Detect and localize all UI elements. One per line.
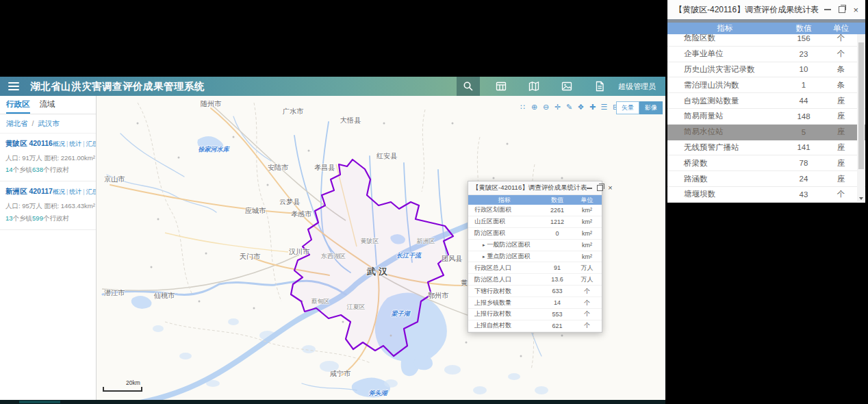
row-value: 78 <box>782 159 825 167</box>
table-row[interactable]: 上报乡镇数量14个 <box>468 297 602 309</box>
identify-icon[interactable]: ✚ <box>588 102 597 112</box>
row-label: 简易雨量站 <box>667 111 782 121</box>
row-value: 43 <box>782 190 825 199</box>
legend-icon[interactable]: ☰ <box>600 102 609 112</box>
scale-label: 20km <box>126 379 140 386</box>
row-unit: 座 <box>825 96 857 106</box>
current-user[interactable]: 超级管理员 <box>618 81 656 92</box>
close-icon[interactable]: × <box>853 5 858 14</box>
image-button[interactable] <box>555 77 578 96</box>
row-value: 156 <box>782 34 825 42</box>
divider <box>665 0 667 404</box>
basemap-矢量[interactable]: 矢量 <box>616 101 639 114</box>
row-label: 自动监测站数量 <box>667 96 782 106</box>
scroll-down-button[interactable] <box>857 194 865 203</box>
pan-icon[interactable]: ✛ <box>553 102 562 112</box>
table-row[interactable]: 危险区数156个 <box>667 34 865 47</box>
district-actions: 概况|统计|汇总 <box>53 140 97 149</box>
search-button[interactable] <box>457 77 480 96</box>
restore-icon[interactable] <box>839 6 845 13</box>
table-row[interactable]: 上报行政村数553个 <box>468 309 602 320</box>
row-unit: 个 <box>825 49 857 59</box>
table-row[interactable]: 上报自然村数621个 <box>468 320 602 332</box>
column-indicator: 指标 <box>667 23 782 34</box>
stats-segment: 个乡镇 <box>13 166 33 173</box>
table-row[interactable]: 下辖行政村数633个 <box>468 286 602 297</box>
table-row[interactable]: ▸重点防治区面积km² <box>468 251 602 263</box>
table-row[interactable]: ▸一般防治区面积km² <box>468 240 602 251</box>
map-label: 安陆市 <box>268 163 288 173</box>
row-value: 14 <box>541 299 574 306</box>
image-icon <box>561 81 572 92</box>
scrollbar[interactable] <box>857 34 865 203</box>
district-action-0[interactable]: 概况 <box>53 140 65 147</box>
table-row[interactable]: 山丘区面积1212km² <box>468 216 602 228</box>
map-label: 咸宁市 <box>330 369 350 379</box>
table-row[interactable]: 塘堰坝数43个 <box>667 187 865 203</box>
district-action-2[interactable]: 汇总 <box>86 188 97 195</box>
stats-panel: 【黄陂区-420116】调查评价成果统计表 × 指标 数值 单位 危险区数156… <box>667 0 865 203</box>
column-indicator: 指标 <box>468 196 541 205</box>
map-label: 斧头湖 <box>369 389 387 398</box>
table-row[interactable]: 简易水位站5座 <box>667 125 865 140</box>
minimize-icon[interactable] <box>824 9 831 10</box>
row-label: 无线预警广播站 <box>667 142 782 153</box>
district-action-1[interactable]: 统计 <box>69 140 81 147</box>
table-row[interactable]: 防治区总人口13.6万人 <box>468 274 602 286</box>
tab-admin-region[interactable]: 行政区 <box>6 99 30 114</box>
table-row[interactable]: 历史山洪灾害记录数10条 <box>667 62 865 78</box>
zoom-in-icon[interactable]: ⊕ <box>530 102 539 112</box>
map-label: 云梦县 <box>279 197 300 207</box>
measure-area-icon[interactable]: ❖ <box>576 102 585 112</box>
table-row[interactable]: 行政区总人口91万人 <box>468 262 602 274</box>
tab-watershed[interactable]: 流域 <box>40 99 55 114</box>
table-row[interactable]: 简易雨量站148座 <box>667 109 865 125</box>
breadcrumb-province[interactable]: 湖北省 <box>6 119 28 127</box>
menu-icon[interactable] <box>8 82 19 90</box>
row-label: 防治区总人口 <box>468 275 541 284</box>
table-button[interactable] <box>489 77 513 96</box>
search-icon <box>463 81 474 92</box>
row-value: 2261 <box>541 207 574 214</box>
expand-arrow-icon[interactable]: ▸ <box>483 254 485 259</box>
panel-title: 【黄陂区-420116】调查评价成果统计表 <box>674 4 819 16</box>
measure-distance-icon[interactable]: ✎ <box>565 102 574 112</box>
table-row[interactable]: 防治区面积0km² <box>468 228 602 240</box>
zoom-out-icon[interactable]: ⊖ <box>541 102 550 112</box>
map-button[interactable] <box>522 77 546 96</box>
table-row[interactable]: 需治理山洪沟数1条 <box>667 77 865 93</box>
district-actions: 概况|统计|汇总 <box>53 188 97 197</box>
table-row[interactable]: 桥梁数78座 <box>667 155 865 171</box>
column-unit: 单位 <box>574 196 600 205</box>
district-action-1[interactable]: 统计 <box>69 188 81 195</box>
table-row[interactable]: 企事业单位23个 <box>667 47 865 62</box>
dialog-titlebar[interactable]: 【黄陂区-420116】调查评价成果统计表 × <box>468 181 602 195</box>
table-row[interactable]: 无线预警广播站141座 <box>667 140 865 156</box>
column-value: 数值 <box>541 196 574 205</box>
panel-titlebar[interactable]: 【黄陂区-420116】调查评价成果统计表 × <box>667 0 865 19</box>
full-extent-icon[interactable]: ∷ <box>518 102 527 112</box>
table-row[interactable]: 自动监测站数量44座 <box>667 93 865 109</box>
map-canvas[interactable]: 随州市广水市大悟县红安县安陆市孝昌县京山市云梦县应城市孝感市天门市汉川市潜江市仙… <box>97 96 665 400</box>
district-action-0[interactable]: 概况 <box>53 188 65 195</box>
row-value: 10 <box>782 65 825 73</box>
expand-arrow-icon[interactable]: ▸ <box>483 242 485 247</box>
district-name-link[interactable]: 黄陂区 420116 <box>5 139 53 149</box>
table-row[interactable]: 行政区划面积2261km² <box>468 205 602 216</box>
minimize-icon[interactable] <box>587 188 592 189</box>
map-label: 红安县 <box>376 151 397 161</box>
district-item: 黄陂区 420116概况|统计|汇总人口: 91万人 面积: 2261.00km… <box>0 134 96 181</box>
scrollbar-thumb[interactable] <box>858 42 864 169</box>
report-button[interactable] <box>588 77 611 96</box>
close-icon[interactable]: × <box>608 184 612 192</box>
table-row[interactable]: 路涵数24座 <box>667 171 865 187</box>
row-value: 44 <box>782 97 825 105</box>
breadcrumb-city[interactable]: 武汉市 <box>38 119 60 127</box>
basemap-影像[interactable]: 影像 <box>639 101 663 114</box>
district-action-2[interactable]: 汇总 <box>86 140 97 147</box>
district-name-link[interactable]: 新洲区 420117 <box>5 187 53 197</box>
scale-bar: 20km <box>103 387 142 392</box>
row-label: 行政区总人口 <box>468 264 541 273</box>
restore-icon[interactable] <box>597 185 603 191</box>
row-unit: 座 <box>825 174 857 184</box>
